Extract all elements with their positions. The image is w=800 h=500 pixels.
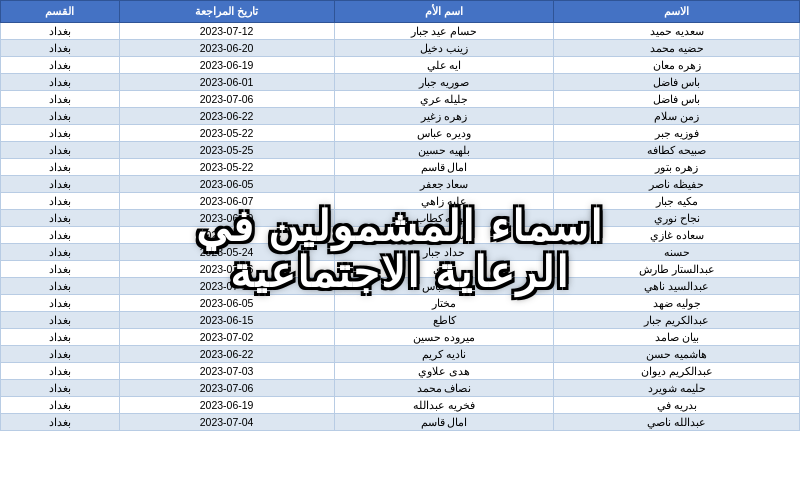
cell-name: عبدالستار طارش xyxy=(554,261,800,278)
cell-mother: كاطع xyxy=(334,312,554,329)
cell-name: مكيه جبار xyxy=(554,193,800,210)
cell-dept: بغداد xyxy=(1,363,120,380)
cell-dept: بغداد xyxy=(1,397,120,414)
cell-name: حسنه xyxy=(554,244,800,261)
cell-mother: امال قاسم xyxy=(334,414,554,431)
cell-date: 2023-05-25 xyxy=(119,142,334,159)
table-row: زهره معان ايه علي 2023-06-19 بغداد xyxy=(1,57,800,74)
cell-date: 2023-06-01 xyxy=(119,74,334,91)
table-body: سعديه حميد حسام عيد جبار 2023-07-12 بغدا… xyxy=(1,23,800,431)
table-row: عبدالستار طارش بدري 2023-07-06 بغداد xyxy=(1,261,800,278)
cell-dept: بغداد xyxy=(1,380,120,397)
table-row: عبدالكريم جبار كاطع 2023-06-15 بغداد xyxy=(1,312,800,329)
cell-mother: مختار xyxy=(334,295,554,312)
cell-mother: وديره عباس xyxy=(334,125,554,142)
cell-dept: بغداد xyxy=(1,295,120,312)
table-row: بيان صامد ميروده حسين 2023-07-02 بغداد xyxy=(1,329,800,346)
cell-date: 2023-06-07 xyxy=(119,193,334,210)
cell-date: 2023-05-24 xyxy=(119,244,334,261)
cell-name: عبدالكريم ديوان xyxy=(554,363,800,380)
cell-date: 2023-06-19 xyxy=(119,210,334,227)
cell-dept: بغداد xyxy=(1,91,120,108)
table-row: سعاده غازي رسيمه محمد 2023-05-23 بغداد xyxy=(1,227,800,244)
cell-date: 2023-06-15 xyxy=(119,312,334,329)
cell-dept: بغداد xyxy=(1,142,120,159)
cell-dept: بغداد xyxy=(1,244,120,261)
table-row: زمن سلام زهره زغير 2023-06-22 بغداد xyxy=(1,108,800,125)
cell-date: 2023-06-22 xyxy=(119,346,334,363)
cell-dept: بغداد xyxy=(1,40,120,57)
cell-name: صبيحه كطافه xyxy=(554,142,800,159)
cell-date: 2023-07-02 xyxy=(119,329,334,346)
cell-dept: بغداد xyxy=(1,278,120,295)
cell-dept: بغداد xyxy=(1,108,120,125)
table-row: هاشميه حسن ناديه كريم 2023-06-22 بغداد xyxy=(1,346,800,363)
table-header-row: الاسم اسم الأم تاريخ المراجعة القسم xyxy=(1,1,800,23)
table-row: فوزيه جبر وديره عباس 2023-05-22 بغداد xyxy=(1,125,800,142)
cell-name: باس فاضل xyxy=(554,91,800,108)
cell-name: سعاده غازي xyxy=(554,227,800,244)
table-row: حضيه محمد زينب دخيل 2023-06-20 بغداد xyxy=(1,40,800,57)
cell-dept: بغداد xyxy=(1,159,120,176)
col-name-header: الاسم xyxy=(554,1,800,23)
cell-date: 2023-07-12 xyxy=(119,23,334,40)
table-row: عبدالسيد ناهي نجه عباس 2023-07-13 بغداد xyxy=(1,278,800,295)
cell-dept: بغداد xyxy=(1,329,120,346)
cell-dept: بغداد xyxy=(1,227,120,244)
cell-dept: بغداد xyxy=(1,346,120,363)
table-row: باس فاضل جليله عري 2023-07-06 بغداد xyxy=(1,91,800,108)
cell-date: 2023-06-20 xyxy=(119,40,334,57)
cell-mother: عليه زاهي xyxy=(334,193,554,210)
cell-name: حضيه محمد xyxy=(554,40,800,57)
cell-name: فوزيه جبر xyxy=(554,125,800,142)
cell-name: بدريه في xyxy=(554,397,800,414)
cell-name: حفيظه ناصر xyxy=(554,176,800,193)
table-row: صبيحه كطافه بلهيه حسين 2023-05-25 بغداد xyxy=(1,142,800,159)
cell-mother: صوريه جبار xyxy=(334,74,554,91)
cell-dept: بغداد xyxy=(1,57,120,74)
cell-dept: بغداد xyxy=(1,414,120,431)
cell-name: بيان صامد xyxy=(554,329,800,346)
cell-name: سعديه حميد xyxy=(554,23,800,40)
cell-name: نجاح نوري xyxy=(554,210,800,227)
cell-dept: بغداد xyxy=(1,210,120,227)
col-mother-header: اسم الأم xyxy=(334,1,554,23)
table-row: باس فاضل صوريه جبار 2023-06-01 بغداد xyxy=(1,74,800,91)
cell-mother: نصاف محمد xyxy=(334,380,554,397)
cell-date: 2023-07-03 xyxy=(119,363,334,380)
cell-name: حليمه شويرد xyxy=(554,380,800,397)
cell-date: 2023-06-05 xyxy=(119,176,334,193)
table-row: حليمه شويرد نصاف محمد 2023-07-06 بغداد xyxy=(1,380,800,397)
cell-mother: بدري xyxy=(334,261,554,278)
cell-mother: سهيله كطاب xyxy=(334,210,554,227)
cell-dept: بغداد xyxy=(1,125,120,142)
cell-date: 2023-06-19 xyxy=(119,57,334,74)
cell-mother: فخريه عبدالله xyxy=(334,397,554,414)
cell-date: 2023-07-06 xyxy=(119,91,334,108)
cell-date: 2023-06-22 xyxy=(119,108,334,125)
cell-mother: ناديه كريم xyxy=(334,346,554,363)
cell-date: 2023-05-22 xyxy=(119,125,334,142)
cell-mother: رسيمه محمد xyxy=(334,227,554,244)
cell-dept: بغداد xyxy=(1,261,120,278)
cell-date: 2023-07-13 xyxy=(119,278,334,295)
cell-dept: بغداد xyxy=(1,23,120,40)
cell-mother: بلهيه حسين xyxy=(334,142,554,159)
table-row: مكيه جبار عليه زاهي 2023-06-07 بغداد xyxy=(1,193,800,210)
cell-mother: ميروده حسين xyxy=(334,329,554,346)
table-row: نجاح نوري سهيله كطاب 2023-06-19 بغداد xyxy=(1,210,800,227)
cell-name: عبدالسيد ناهي xyxy=(554,278,800,295)
cell-dept: بغداد xyxy=(1,312,120,329)
cell-mother: حسام عيد جبار xyxy=(334,23,554,40)
cell-name: باس فاضل xyxy=(554,74,800,91)
cell-mother: زينب دخيل xyxy=(334,40,554,57)
cell-date: 2023-05-23 xyxy=(119,227,334,244)
cell-date: 2023-07-06 xyxy=(119,380,334,397)
cell-date: 2023-07-06 xyxy=(119,261,334,278)
table-row: سعديه حميد حسام عيد جبار 2023-07-12 بغدا… xyxy=(1,23,800,40)
cell-name: زمن سلام xyxy=(554,108,800,125)
cell-name: جوليه ضهد xyxy=(554,295,800,312)
cell-mother: زهره زغير xyxy=(334,108,554,125)
cell-mother: نجه عباس xyxy=(334,278,554,295)
cell-dept: بغداد xyxy=(1,193,120,210)
